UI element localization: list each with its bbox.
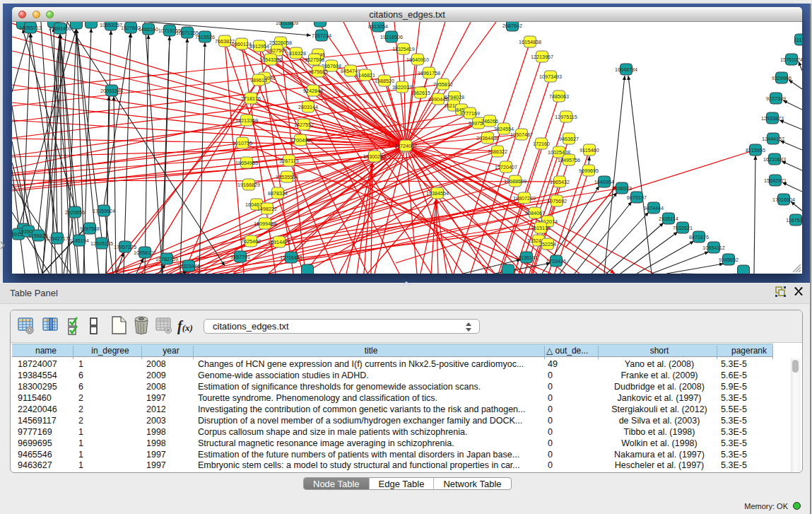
svg-text:16914479: 16914479 (268, 239, 290, 245)
svg-text:6679197: 6679197 (627, 194, 647, 201)
svg-text:19218506: 19218506 (380, 34, 403, 40)
svg-text:10958107: 10958107 (134, 250, 156, 256)
svg-text:1075692: 1075692 (547, 198, 567, 204)
svg-text:7625402: 7625402 (241, 238, 261, 245)
svg-text:15692971: 15692971 (764, 177, 787, 184)
svg-text:12213369: 12213369 (235, 117, 258, 124)
svg-text:746266: 746266 (481, 118, 498, 124)
svg-text:12933873: 12933873 (761, 115, 784, 122)
svg-text:14136141: 14136141 (515, 255, 538, 261)
svg-text:19384554: 19384554 (426, 190, 449, 197)
svg-text:1145194: 1145194 (69, 238, 88, 244)
svg-text:7357224: 7357224 (312, 33, 331, 39)
svg-text:10688609: 10688609 (504, 178, 526, 185)
svg-text:8912954: 8912954 (249, 43, 269, 49)
svg-text:3267115: 3267115 (279, 158, 298, 164)
svg-text:9227349: 9227349 (766, 95, 786, 102)
svg-text:2803144: 2803144 (298, 104, 318, 110)
svg-text:1167531: 1167531 (786, 217, 802, 223)
svg-text:10653267: 10653267 (100, 22, 122, 28)
svg-text:16961758: 16961758 (418, 70, 440, 76)
svg-text:6466160: 6466160 (139, 26, 158, 33)
svg-text:9245652: 9245652 (719, 257, 739, 263)
svg-text:9084067: 9084067 (525, 210, 545, 216)
svg-text:16210643: 16210643 (763, 156, 786, 163)
svg-text:1010755: 1010755 (233, 140, 252, 146)
svg-text:8938923: 8938923 (612, 185, 632, 192)
svg-text:16154838: 16154838 (519, 39, 541, 45)
svg-text:2935114: 2935114 (659, 216, 678, 222)
svg-text:20053346: 20053346 (100, 88, 123, 94)
svg-text:12975115: 12975115 (555, 114, 577, 120)
svg-text:15716485: 15716485 (280, 255, 302, 261)
svg-text:10654112: 10654112 (702, 245, 724, 251)
svg-text:9327508: 9327508 (305, 57, 324, 63)
svg-text:12444157: 12444157 (762, 136, 784, 142)
svg-text:7955812: 7955812 (433, 81, 453, 88)
svg-text:989613: 989613 (250, 77, 267, 83)
svg-text:1733426: 1733426 (546, 258, 566, 264)
svg-text:9146821: 9146821 (355, 72, 375, 78)
svg-text:2687642: 2687642 (502, 23, 522, 29)
svg-text:7485063: 7485063 (549, 93, 569, 100)
svg-text:12213967: 12213967 (531, 54, 553, 60)
svg-text:9242848: 9242848 (303, 88, 323, 94)
svg-text:11325419: 11325419 (392, 46, 414, 52)
svg-text:9827509: 9827509 (267, 47, 287, 54)
svg-text:20691406: 20691406 (49, 25, 71, 32)
svg-text:13535594: 13535594 (276, 174, 298, 180)
svg-text:172160: 172160 (533, 141, 550, 147)
svg-text:1615132: 1615132 (531, 225, 551, 231)
svg-text:18300295: 18300295 (363, 153, 386, 160)
svg-text:1965432: 1965432 (550, 179, 570, 185)
svg-text:15751074: 15751074 (780, 57, 802, 63)
svg-text:7386322: 7386322 (488, 148, 507, 155)
svg-text:17016504: 17016504 (772, 197, 795, 203)
svg-text:1498222: 1498222 (257, 206, 277, 212)
svg-text:12323446: 12323446 (177, 263, 200, 269)
svg-text:15720407: 15720407 (495, 164, 517, 170)
svg-text:3822037: 3822037 (392, 84, 412, 90)
svg-text:7632621: 7632621 (673, 225, 693, 231)
svg-text:9860124: 9860124 (232, 41, 252, 47)
svg-text:252254: 252254 (539, 241, 556, 247)
svg-text:9857791: 9857791 (230, 254, 250, 260)
svg-text:7515526: 7515526 (195, 34, 215, 40)
svg-text:9897588: 9897588 (80, 226, 100, 232)
svg-text:1816328: 1816328 (286, 50, 306, 57)
svg-text:1700499: 1700499 (290, 137, 310, 144)
svg-text:19166829: 19166829 (237, 182, 260, 188)
svg-text:9474444: 9474444 (644, 205, 664, 211)
svg-text:6794028: 6794028 (445, 94, 464, 100)
svg-text:12505135: 12505135 (90, 240, 113, 247)
svg-text:3875685: 3875685 (308, 69, 328, 75)
svg-text:17359924: 17359924 (93, 208, 115, 214)
svg-text:9115460: 9115460 (579, 147, 599, 153)
svg-text:10507487: 10507487 (510, 132, 533, 138)
svg-text:8813054: 8813054 (368, 23, 388, 30)
svg-text:1427552: 1427552 (294, 122, 314, 128)
svg-text:16648784: 16648784 (615, 66, 637, 73)
svg-text:9699695: 9699695 (579, 168, 599, 174)
svg-text:9777169: 9777169 (460, 110, 480, 117)
svg-text:18640910: 18640910 (406, 57, 429, 63)
svg-text:18724007: 18724007 (394, 143, 417, 149)
svg-text:14055713: 14055713 (19, 25, 42, 31)
svg-text:11124: 11124 (794, 37, 802, 43)
svg-text:8215955: 8215955 (746, 147, 765, 153)
svg-text:16099489: 16099489 (254, 221, 276, 227)
svg-text:16782759: 16782759 (155, 256, 178, 262)
svg-text:12942717: 12942717 (46, 235, 69, 242)
svg-text:10973493: 10973493 (539, 74, 562, 80)
svg-text:18807249: 18807249 (513, 195, 536, 201)
svg-text:9463627: 9463627 (559, 136, 579, 142)
svg-text:2718176: 2718176 (241, 95, 261, 102)
svg-text:20364436: 20364436 (476, 135, 499, 141)
svg-text:1156829: 1156829 (28, 233, 47, 239)
svg-text:16033809: 16033809 (276, 22, 298, 26)
svg-text:1588520: 1588520 (375, 78, 394, 84)
svg-text:16543382: 16543382 (259, 57, 282, 63)
svg-text:1527602: 1527602 (121, 25, 141, 31)
svg-text:2020655: 2020655 (65, 209, 85, 216)
svg-text:9329966: 9329966 (772, 75, 792, 81)
